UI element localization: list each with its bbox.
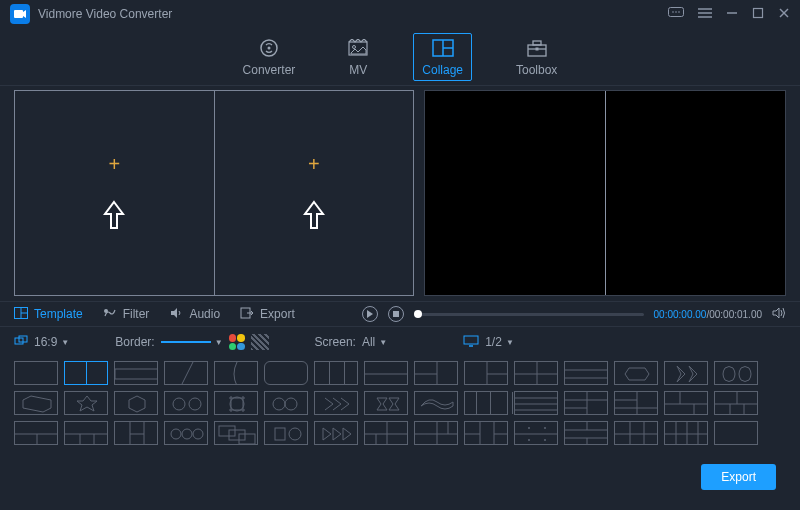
- template-item[interactable]: [414, 391, 458, 415]
- template-item[interactable]: [464, 361, 508, 385]
- template-item[interactable]: [414, 421, 458, 445]
- border-style-dropdown[interactable]: ▼: [161, 338, 223, 347]
- template-item[interactable]: [664, 391, 708, 415]
- template-item[interactable]: [614, 421, 658, 445]
- tab-converter[interactable]: Converter: [235, 33, 304, 81]
- template-item[interactable]: [314, 361, 358, 385]
- preview-pane: [424, 90, 786, 296]
- monitor-icon: [463, 335, 479, 350]
- template-item[interactable]: [714, 391, 758, 415]
- current-time: 00:00:00.00: [654, 309, 707, 320]
- svg-point-2: [672, 11, 674, 13]
- template-item[interactable]: [564, 361, 608, 385]
- template-item[interactable]: [114, 391, 158, 415]
- progress-bar[interactable]: [414, 313, 644, 316]
- template-item[interactable]: [564, 391, 608, 415]
- feedback-icon[interactable]: [668, 7, 684, 22]
- template-item[interactable]: [114, 421, 158, 445]
- menu-icon[interactable]: [698, 7, 712, 22]
- template-item[interactable]: [664, 421, 708, 445]
- chevron-down-icon: ▼: [506, 338, 514, 347]
- template-item[interactable]: [264, 421, 308, 445]
- arrow-up-icon: [303, 200, 325, 233]
- svg-point-4: [678, 11, 680, 13]
- maximize-icon[interactable]: [752, 7, 764, 22]
- minimize-icon[interactable]: [726, 7, 738, 22]
- svg-rect-83: [229, 430, 245, 440]
- play-button[interactable]: [362, 306, 378, 322]
- template-item[interactable]: [64, 391, 108, 415]
- template-item[interactable]: [14, 421, 58, 445]
- mid-tab-template[interactable]: Template: [14, 307, 83, 322]
- ratio-dropdown[interactable]: 16:9 ▼: [34, 335, 69, 349]
- svg-marker-45: [129, 396, 145, 412]
- collage-slot-2[interactable]: +: [214, 91, 414, 295]
- mid-tab-export[interactable]: Export: [240, 307, 295, 322]
- template-item[interactable]: [64, 361, 108, 385]
- border-color-picker[interactable]: [229, 334, 245, 350]
- template-item[interactable]: [464, 391, 508, 415]
- audio-icon: [169, 307, 183, 322]
- volume-icon[interactable]: [772, 307, 786, 322]
- template-item[interactable]: [14, 391, 58, 415]
- tab-label: Filter: [123, 307, 150, 321]
- template-item[interactable]: [264, 391, 308, 415]
- chevron-down-icon: ▼: [379, 338, 387, 347]
- template-item[interactable]: [564, 421, 608, 445]
- template-item[interactable]: [214, 361, 258, 385]
- svg-point-100: [528, 439, 530, 441]
- template-item[interactable]: [714, 421, 758, 445]
- border-pattern-picker[interactable]: [251, 334, 269, 350]
- svg-rect-28: [393, 311, 399, 317]
- template-item[interactable]: [164, 391, 208, 415]
- collage-slot-1[interactable]: +: [15, 91, 214, 295]
- template-item[interactable]: [364, 421, 408, 445]
- template-item[interactable]: [614, 361, 658, 385]
- template-item[interactable]: [414, 361, 458, 385]
- template-item[interactable]: [464, 421, 508, 445]
- mid-tab-filter[interactable]: Filter: [103, 307, 150, 322]
- template-item[interactable]: [614, 391, 658, 415]
- export-button[interactable]: Export: [701, 464, 776, 490]
- template-item[interactable]: [714, 361, 758, 385]
- template-item[interactable]: [264, 361, 308, 385]
- template-item[interactable]: [14, 361, 58, 385]
- total-time: 00:00:01.00: [709, 309, 762, 320]
- svg-rect-20: [533, 41, 541, 45]
- template-item[interactable]: [314, 391, 358, 415]
- tab-toolbox[interactable]: Toolbox: [508, 33, 565, 81]
- template-item[interactable]: [164, 421, 208, 445]
- collage-icon: [432, 37, 454, 59]
- svg-point-26: [104, 309, 108, 313]
- progress-handle[interactable]: [414, 310, 422, 318]
- svg-rect-33: [115, 369, 157, 379]
- template-item[interactable]: [214, 391, 258, 415]
- template-item[interactable]: [64, 421, 108, 445]
- page-value: 1/2: [485, 335, 502, 349]
- template-item[interactable]: [364, 391, 408, 415]
- template-item[interactable]: [364, 361, 408, 385]
- tab-mv[interactable]: MV: [339, 33, 377, 81]
- svg-rect-31: [464, 336, 478, 344]
- screen-label: Screen:: [315, 335, 356, 349]
- template-item[interactable]: [514, 361, 558, 385]
- template-item[interactable]: [514, 421, 558, 445]
- preview-slot-2: [605, 91, 786, 295]
- template-item[interactable]: [214, 421, 258, 445]
- collage-canvas: + +: [14, 90, 414, 296]
- svg-rect-0: [14, 10, 23, 18]
- template-item[interactable]: [314, 421, 358, 445]
- screen-value: All: [362, 335, 375, 349]
- close-icon[interactable]: [778, 7, 790, 22]
- mv-icon: [347, 37, 369, 59]
- mid-tab-audio[interactable]: Audio: [169, 307, 220, 322]
- template-item[interactable]: [164, 361, 208, 385]
- svg-point-101: [544, 439, 546, 441]
- template-item[interactable]: [114, 361, 158, 385]
- screen-dropdown[interactable]: All ▼: [362, 335, 387, 349]
- page-dropdown[interactable]: 1/2 ▼: [485, 335, 514, 349]
- stop-button[interactable]: [388, 306, 404, 322]
- tab-collage[interactable]: Collage: [413, 33, 472, 81]
- template-item[interactable]: [514, 391, 558, 415]
- template-item[interactable]: [664, 361, 708, 385]
